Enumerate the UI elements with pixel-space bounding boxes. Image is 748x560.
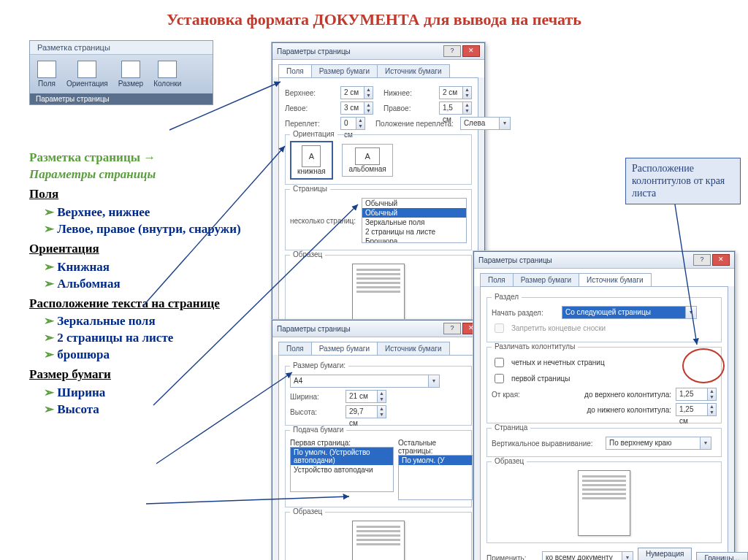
help-icon[interactable]: ? [443, 45, 461, 57]
gutter-input[interactable]: 0 см▲▼ [340, 117, 365, 130]
tab-paper-source[interactable]: Источник бумаги [579, 273, 652, 286]
first-page-tray[interactable]: По умолч. (Устройство автоподачи) Устрой… [290, 447, 394, 492]
tab-paper-size[interactable]: Размер бумаги [311, 342, 378, 355]
tab-margins[interactable]: Поля [278, 64, 312, 77]
ribbon-tab[interactable]: Разметка страницы [30, 41, 213, 55]
suppress-endnotes-checkbox [495, 323, 504, 333]
left-margin-input[interactable]: 3 см▲▼ [340, 101, 373, 115]
bottom-margin-input[interactable]: 2 см▲▼ [439, 86, 472, 99]
paper-height-input[interactable]: 29,7 см▲▼ [346, 405, 386, 418]
footer-distance-input[interactable]: 1,25 см▲▼ [676, 403, 717, 416]
tab-paper-size[interactable]: Размер бумаги [311, 64, 378, 77]
vertical-align-select[interactable]: По верхнему краю▾ [606, 437, 711, 450]
ribbon-size[interactable]: Размер [115, 59, 146, 89]
ribbon-columns[interactable]: Колонки [150, 59, 184, 89]
page-setup-dialog-papersize: Параметры страницы ?✕ Поля Размер бумаги… [272, 320, 485, 560]
tab-paper-source[interactable]: Источник бумаги [377, 342, 450, 355]
tab-paper-size[interactable]: Размер бумаги [513, 273, 579, 286]
tab-paper-source[interactable]: Источник бумаги [377, 64, 450, 77]
ribbon-group-name: Параметры страницы [30, 93, 213, 104]
page-title: Установка формата ДОКУМЕНТА для вывода н… [0, 0, 748, 34]
section-start-select[interactable]: Со следующей страницы▾ [562, 306, 697, 319]
other-pages-tray[interactable]: По умолч. (У [398, 455, 473, 500]
paper-width-input[interactable]: 21 см▲▼ [346, 390, 386, 403]
window-controls: ? ✕ [443, 45, 480, 57]
ribbon-margins[interactable]: Поля [34, 59, 59, 89]
ribbon: Разметка страницы Поля Ориентация Размер… [29, 40, 213, 105]
dialog-title: Параметры страницы [277, 47, 351, 55]
borders-button[interactable]: Границы... [696, 552, 747, 561]
header-distance-input[interactable]: 1,25 см▲▼ [676, 388, 717, 401]
tab-margins[interactable]: Поля [278, 342, 312, 355]
outline: Разметка страницы →Параметры страницы По… [29, 150, 256, 421]
orientation-landscape[interactable]: Aальбомная [342, 144, 392, 177]
callout-headers-position: Расположение колонтитулов от края листа [625, 158, 741, 204]
odd-even-checkbox[interactable] [495, 358, 504, 367]
gutter-pos-select[interactable]: Слева▾ [460, 117, 511, 130]
paper-size-select[interactable]: A4▾ [290, 375, 440, 388]
line-numbers-button[interactable]: Нумерация строк... [638, 548, 692, 560]
right-margin-input[interactable]: 1,5 см▲▼ [439, 101, 472, 115]
multipage-listbox[interactable]: Обычный Обычный Зеркальные поля 2 страни… [362, 198, 467, 243]
close-icon[interactable]: ✕ [462, 45, 480, 57]
orientation-portrait[interactable]: Aкнижная [290, 141, 333, 180]
top-margin-input[interactable]: 2 см▲▼ [340, 86, 373, 99]
highlight-circle-icon [682, 348, 725, 383]
first-page-checkbox[interactable] [495, 374, 504, 383]
page-setup-dialog-source: Параметры страницы ?✕ Поля Размер бумаги… [473, 251, 735, 560]
ribbon-orientation[interactable]: Ориентация [64, 59, 111, 89]
tab-margins[interactable]: Поля [480, 273, 514, 286]
